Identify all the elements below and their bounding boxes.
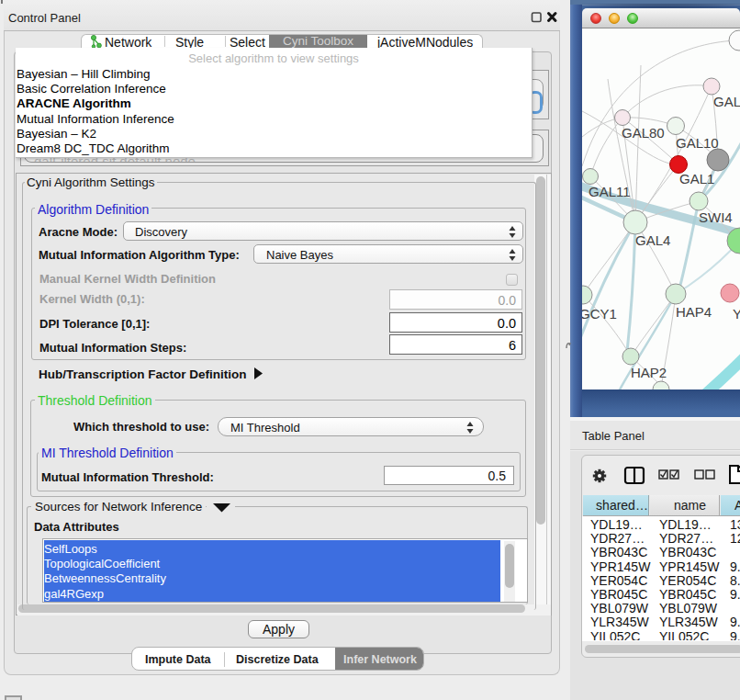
svg-text:SWI4: SWI4 xyxy=(699,209,733,225)
svg-text:Y: Y xyxy=(733,306,740,322)
svg-text:GAL1: GAL1 xyxy=(679,171,714,186)
svg-text:GAL80: GAL80 xyxy=(622,125,665,141)
svg-text:HAP2: HAP2 xyxy=(631,365,667,380)
svg-text:GAL4: GAL4 xyxy=(635,232,670,248)
svg-text:GAL7: GAL7 xyxy=(713,94,740,109)
svg-text:GCY1: GCY1 xyxy=(582,306,617,322)
svg-text:GAL10: GAL10 xyxy=(676,135,719,151)
svg-text:HAP4: HAP4 xyxy=(676,304,712,320)
svg-text:GAL11: GAL11 xyxy=(589,184,631,199)
